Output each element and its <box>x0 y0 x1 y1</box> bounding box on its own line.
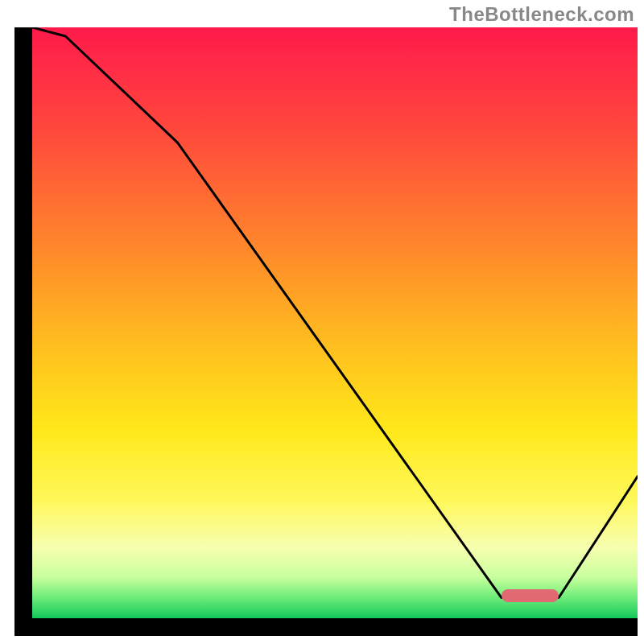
y-axis <box>14 27 32 636</box>
curve-path <box>32 27 638 597</box>
x-axis <box>14 618 638 636</box>
chart-root: TheBottleneck.com <box>0 0 644 644</box>
bottleneck-curve <box>32 27 638 618</box>
optimal-range-marker <box>502 589 559 602</box>
plot-area <box>32 27 638 618</box>
watermark-text: TheBottleneck.com <box>449 3 634 26</box>
